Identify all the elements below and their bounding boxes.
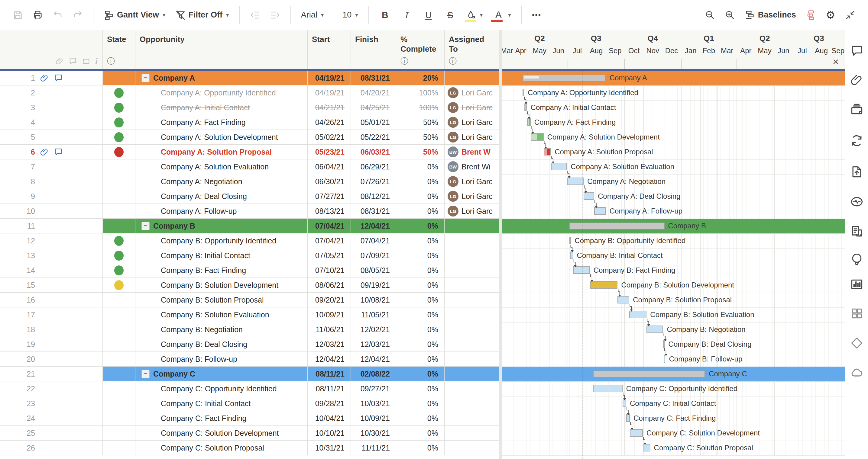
cell-pct-complete[interactable]: 50%	[396, 130, 444, 145]
cell-pct-complete[interactable]: 0%	[396, 382, 444, 396]
cell-start[interactable]: 04/21/21	[308, 100, 351, 115]
column-header-state[interactable]: State ⓘ	[103, 30, 135, 69]
cell-assigned-to[interactable]: LGLori Garc	[444, 115, 499, 130]
zoom-in-button[interactable]	[721, 7, 739, 23]
view-selector[interactable]: Gantt View ▾	[100, 7, 169, 23]
cell-pct-complete[interactable]: 50%	[396, 115, 444, 130]
row-number-cell[interactable]: 6	[0, 145, 103, 159]
strikethrough-button[interactable]: S	[441, 7, 460, 23]
row-number-cell[interactable]: 23	[0, 396, 103, 411]
row-number-cell[interactable]: 21	[0, 367, 103, 382]
cell-assigned-to[interactable]	[444, 426, 499, 440]
row-number-column-header[interactable]: i	[0, 30, 103, 69]
critical-path-button[interactable]	[802, 7, 819, 23]
conversations-icon[interactable]	[850, 44, 864, 57]
print-button[interactable]	[29, 7, 46, 23]
cell-state[interactable]	[103, 382, 135, 396]
table-row[interactable]: 19Company B: Deal Closing12/03/2112/03/2…	[0, 337, 499, 352]
cell-opportunity[interactable]: Company C: Solution Proposal	[135, 440, 308, 455]
cell-state[interactable]	[103, 352, 135, 367]
cell-start[interactable]: 04/26/21	[308, 115, 351, 130]
table-row[interactable]: 21−Company C08/11/2102/08/220%	[0, 367, 499, 382]
cell-pct-complete[interactable]: 0%	[396, 159, 444, 174]
cell-pct-complete[interactable]: 0%	[396, 174, 444, 189]
cell-opportunity[interactable]: Company A: Negotiation	[135, 174, 308, 189]
font-color-button[interactable]: A ▾	[489, 6, 515, 24]
sheet-summary-icon[interactable]	[850, 225, 864, 238]
cell-pct-complete[interactable]: 0%	[396, 248, 444, 263]
cell-opportunity[interactable]: Company A: Deal Closing	[135, 189, 308, 204]
cell-state[interactable]	[103, 278, 135, 293]
cell-finish[interactable]: 08/31/21	[351, 71, 396, 86]
cell-assigned-to[interactable]: LGLori Garc	[444, 100, 499, 115]
cell-finish[interactable]: 10/08/21	[351, 293, 396, 307]
cell-assigned-to[interactable]	[444, 337, 499, 352]
font-size-select[interactable]: 10 ▾	[339, 7, 362, 23]
cell-pct-complete[interactable]: 0%	[396, 189, 444, 204]
cell-state[interactable]	[103, 307, 135, 322]
cell-pct-complete[interactable]: 0%	[396, 411, 444, 426]
row-number-cell[interactable]: 20	[0, 352, 103, 367]
cell-pct-complete[interactable]: 50%	[396, 145, 444, 159]
collapse-row-button[interactable]: −	[142, 74, 150, 82]
cell-pct-complete[interactable]: 0%	[396, 233, 444, 248]
cell-opportunity[interactable]: Company A: Follow-up	[135, 204, 308, 219]
row-number-cell[interactable]: 13	[0, 248, 103, 263]
cell-pct-complete[interactable]: 0%	[396, 307, 444, 322]
cell-opportunity[interactable]: Company C: Opportunity Identified	[135, 382, 308, 396]
cell-opportunity[interactable]: Company C: Initial Contact	[135, 396, 308, 411]
row-number-cell[interactable]: 18	[0, 322, 103, 337]
table-row[interactable]: 14Company B: Fact Finding07/10/2108/05/2…	[0, 263, 499, 278]
cell-state[interactable]	[103, 293, 135, 307]
cell-opportunity[interactable]: Company B: Deal Closing	[135, 337, 308, 352]
cell-opportunity[interactable]: Company A: Solution Proposal	[135, 145, 308, 159]
cell-start[interactable]: 07/04/21	[308, 219, 351, 233]
cell-finish[interactable]: 08/12/21	[351, 189, 396, 204]
fill-color-button[interactable]: ▾	[462, 7, 487, 23]
cell-pct-complete[interactable]: 100%	[396, 100, 444, 115]
cell-start[interactable]: 07/10/21	[308, 263, 351, 278]
activity-log-icon[interactable]	[850, 195, 864, 208]
table-row[interactable]: 15Company B: Solution Development08/06/2…	[0, 278, 499, 293]
table-row[interactable]: 8Company A: Negotiation06/30/2107/26/210…	[0, 174, 499, 189]
cell-finish[interactable]: 10/09/21	[351, 411, 396, 426]
cell-pct-complete[interactable]: 0%	[396, 426, 444, 440]
table-row[interactable]: 16Company B: Solution Proposal09/20/2110…	[0, 293, 499, 307]
table-row[interactable]: 13Company B: Initial Contact07/05/2107/0…	[0, 248, 499, 263]
cell-opportunity[interactable]: Company A: Fact Finding	[135, 115, 308, 130]
table-row[interactable]: 5Company A: Solution Development05/02/21…	[0, 130, 499, 145]
cell-assigned-to[interactable]	[444, 307, 499, 322]
cell-opportunity[interactable]: −Company C	[135, 367, 308, 382]
cell-finish[interactable]: 11/11/21	[351, 440, 396, 455]
table-row[interactable]: 3Company A: Initial Contact04/21/2104/25…	[0, 100, 499, 115]
cell-opportunity[interactable]: Company B: Initial Contact	[135, 248, 308, 263]
cell-opportunity[interactable]: −Company A	[135, 71, 308, 86]
cell-assigned-to[interactable]	[444, 293, 499, 307]
cell-assigned-to[interactable]: LGLori Garc	[444, 204, 499, 219]
row-number-cell[interactable]: 9	[0, 189, 103, 204]
cell-finish[interactable]: 02/08/22	[351, 367, 396, 382]
cell-start[interactable]: 06/04/21	[308, 159, 351, 174]
cell-state[interactable]	[103, 426, 135, 440]
cell-finish[interactable]: 06/03/21	[351, 145, 396, 159]
cell-assigned-to[interactable]: BWBrent W	[444, 145, 499, 159]
cell-start[interactable]: 12/03/21	[308, 337, 351, 352]
cell-pct-complete[interactable]: 0%	[396, 440, 444, 455]
row-number-cell[interactable]: 8	[0, 174, 103, 189]
cell-assigned-to[interactable]	[444, 248, 499, 263]
cell-finish[interactable]: 12/03/21	[351, 337, 396, 352]
cell-finish[interactable]: 07/04/21	[351, 233, 396, 248]
cell-finish[interactable]: 12/04/21	[351, 352, 396, 367]
collapse-row-button[interactable]: −	[142, 370, 150, 378]
cell-start[interactable]: 04/19/21	[308, 86, 351, 100]
collapse-view-button[interactable]	[841, 7, 859, 23]
row-number-cell[interactable]: 11	[0, 219, 103, 233]
cell-state[interactable]	[103, 174, 135, 189]
table-row[interactable]: 12Company B: Opportunity Identified07/04…	[0, 233, 499, 248]
cell-state[interactable]	[103, 145, 135, 159]
row-number-cell[interactable]: 3	[0, 100, 103, 115]
row-number-cell[interactable]: 7	[0, 159, 103, 174]
cell-pct-complete[interactable]: 0%	[396, 337, 444, 352]
baselines-button[interactable]: Baselines	[741, 7, 800, 23]
cell-state[interactable]	[103, 337, 135, 352]
